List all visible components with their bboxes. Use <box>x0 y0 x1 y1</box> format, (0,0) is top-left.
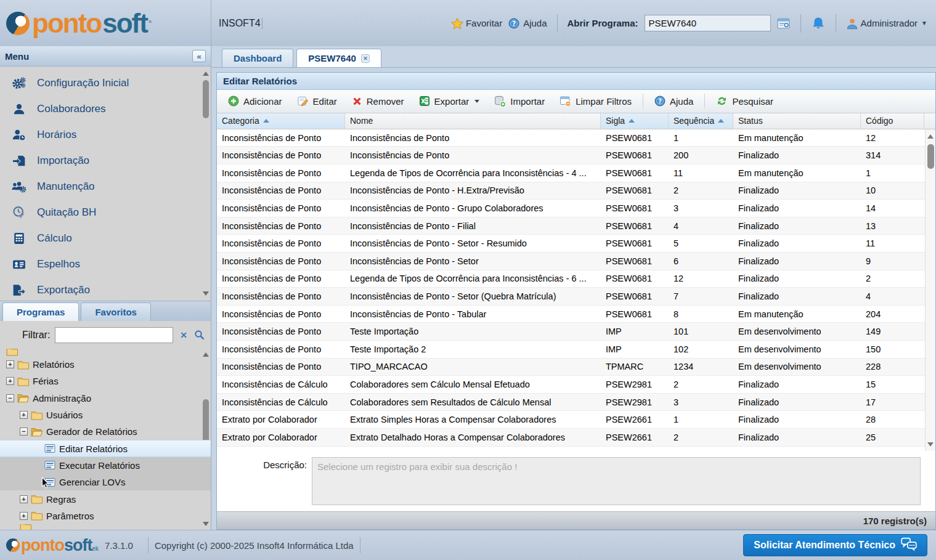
table-row[interactable]: Inconsistências de PontoTeste Importação… <box>217 323 935 341</box>
divider <box>360 537 360 553</box>
editar-button[interactable]: Editar <box>291 93 343 109</box>
scroll-up-icon[interactable] <box>927 134 934 139</box>
sidebar-item-importacao[interactable]: Importação <box>0 148 211 174</box>
column-header-sequencia[interactable]: Sequência <box>669 113 733 129</box>
limpar-filtros-button[interactable]: Limpar Filtros <box>553 93 638 109</box>
tree-item-label: Regras <box>46 494 76 505</box>
toolbar: Adicionar Editar Remover Exportar Import… <box>217 90 935 113</box>
sidebar-item-manutencao[interactable]: Manutenção <box>0 174 211 200</box>
table-row[interactable]: Inconsistências de PontoInconsistências … <box>217 129 935 147</box>
sidebar-item-espelhos[interactable]: Espelhos <box>0 251 211 277</box>
column-header-categoria[interactable]: Categoria <box>217 113 345 129</box>
tree-item-gerenciar-lovs[interactable]: Gerenciar LOVs <box>0 474 211 490</box>
toolbar-button-label: Exportar <box>434 96 470 107</box>
tree-item-executar-relatorios[interactable]: Executar Relatórios <box>0 457 211 474</box>
sidebar-item-quitacao-bh[interactable]: Quitação BH <box>0 200 211 225</box>
scroll-down-icon[interactable] <box>203 291 209 296</box>
tree-item-editar-relatorios[interactable]: Editar Relatórios <box>0 440 211 457</box>
description-textarea[interactable] <box>312 457 921 505</box>
table-row[interactable]: Inconsistências de PontoInconsistências … <box>217 200 935 217</box>
expand-icon[interactable]: + <box>6 377 14 385</box>
favoritar-button[interactable]: Favoritar <box>451 18 502 29</box>
tree-item-parametros[interactable]: +Parâmetros <box>0 508 211 524</box>
table-row[interactable]: Inconsistências de PontoLegenda de Tipos… <box>217 164 935 182</box>
sidebar-item-configuracao-inicial[interactable]: Configuração Inicial <box>0 70 211 96</box>
ajuda-button[interactable]: ? Ajuda <box>648 93 699 109</box>
table-row[interactable]: Inconsistências de PontoInconsistências … <box>217 147 935 164</box>
notifications-bell-icon[interactable] <box>811 16 826 31</box>
column-header-sigla[interactable]: Sigla <box>601 113 669 129</box>
cell-sequencia: 1234 <box>669 359 733 376</box>
expand-icon[interactable]: + <box>20 512 28 520</box>
table-row[interactable]: Inconsistências de CálculoColaboradores … <box>217 394 935 412</box>
support-button[interactable]: Solicitar Atendimento Técnico <box>743 534 927 556</box>
tab-favoritos[interactable]: Favoritos <box>81 302 151 321</box>
expand-icon[interactable]: + <box>6 360 14 368</box>
remover-button[interactable]: Remover <box>346 94 410 109</box>
table-scrollbar[interactable] <box>925 129 935 451</box>
pesquisar-button[interactable]: Pesquisar <box>710 93 779 109</box>
adicionar-button[interactable]: Adicionar <box>222 93 288 109</box>
tree-item-usuarios[interactable]: +Usuários <box>0 407 211 423</box>
cell-sigla: PSEW2661 <box>601 429 669 446</box>
table-row[interactable]: Inconsistências de CálculoColaboradores … <box>217 376 935 394</box>
expand-icon[interactable]: + <box>20 411 28 419</box>
clear-filter-icon[interactable]: ✕ <box>178 330 189 340</box>
svg-text:?: ? <box>512 19 516 26</box>
collapse-icon[interactable]: − <box>6 394 14 402</box>
table-row[interactable]: Inconsistências de PontoInconsistências … <box>217 306 935 323</box>
scrollbar-thumb[interactable] <box>203 80 209 118</box>
table-row[interactable]: Extrato por ColaboradorExtrato Simples H… <box>217 447 935 452</box>
scroll-up-icon[interactable] <box>203 71 209 76</box>
filter-input[interactable] <box>55 327 173 343</box>
tab-psew7640[interactable]: PSEW7640 ✕ <box>296 49 381 67</box>
sidebar-item-colaboradores[interactable]: Colaboradores <box>0 96 211 122</box>
cell-sequencia: 200 <box>669 147 733 164</box>
table-row[interactable]: Inconsistências de PontoTeste Importação… <box>217 341 935 359</box>
sidebar-item-calculo[interactable]: Cálculo <box>0 225 211 251</box>
table-row[interactable]: Inconsistências de PontoLegenda de Tipos… <box>217 270 935 288</box>
cell-sigla: PSEW0681 <box>601 306 669 323</box>
tab-dashboard[interactable]: Dashboard <box>222 49 293 67</box>
tree-item-label: Executar Relatórios <box>59 460 140 471</box>
user-menu[interactable]: Administrador ▼ <box>846 18 927 29</box>
cell-sigla: PSEW0681 <box>601 147 669 164</box>
cell-sequencia: 2 <box>669 376 733 393</box>
sidebar-item-horarios[interactable]: Horários <box>0 122 211 148</box>
search-icon[interactable] <box>194 330 205 340</box>
scroll-down-icon[interactable] <box>927 442 934 447</box>
cell-nome: Colaboradores sem Cálculo Mensal Efetuad… <box>345 376 601 393</box>
table-row[interactable]: Inconsistências de PontoInconsistências … <box>217 182 935 200</box>
menu-scrollbar[interactable] <box>202 70 210 297</box>
tree-item-regras[interactable]: +Regras <box>0 490 211 507</box>
collapse-sidebar-button[interactable]: « <box>192 50 206 62</box>
column-header-nome[interactable]: Nome <box>345 113 601 129</box>
cell-nome: Inconsistências de Ponto - Setor - Resum… <box>345 235 601 252</box>
folder-icon <box>31 410 43 420</box>
tree-item-relatorios[interactable]: +Relatórios <box>0 356 211 373</box>
column-header-status[interactable]: Status <box>733 113 861 129</box>
tab-programas[interactable]: Programas <box>2 302 79 321</box>
abrir-programa-input[interactable] <box>645 15 771 31</box>
tree-item-ferias[interactable]: +Férias <box>0 373 211 389</box>
importar-button[interactable]: Importar <box>488 93 551 110</box>
table-row[interactable]: Inconsistências de PontoInconsistências … <box>217 253 935 270</box>
column-header-codigo[interactable]: Código <box>861 113 924 129</box>
table-row[interactable]: Inconsistências de PontoTIPO_MARCACAOTPM… <box>217 359 935 376</box>
table-row[interactable]: Inconsistências de PontoInconsistências … <box>217 235 935 253</box>
tree-item-administracao[interactable]: −Administração <box>0 390 211 407</box>
table-row[interactable]: Extrato por ColaboradorExtrato Detalhado… <box>217 429 935 447</box>
scrollbar-thumb[interactable] <box>927 144 934 169</box>
close-tab-icon[interactable]: ✕ <box>361 54 370 63</box>
open-program-icon[interactable] <box>777 17 791 30</box>
table-row[interactable]: Inconsistências de PontoInconsistências … <box>217 217 935 235</box>
tree-item-gerador-de-relatorios[interactable]: −Gerador de Relatórios <box>0 423 211 440</box>
table-row[interactable]: Inconsistências de PontoInconsistências … <box>217 288 935 306</box>
table-row[interactable]: Extrato por ColaboradorExtrato Simples H… <box>217 411 935 429</box>
exportar-button[interactable]: Exportar <box>413 93 486 109</box>
expand-icon[interactable]: + <box>20 495 28 503</box>
sidebar-item-exportacao[interactable]: Exportação <box>0 277 211 301</box>
collapse-icon[interactable]: − <box>20 428 28 436</box>
tree-item-label: Gerador de Relatórios <box>46 426 137 437</box>
ajuda-button[interactable]: ? Ajuda <box>508 18 547 29</box>
